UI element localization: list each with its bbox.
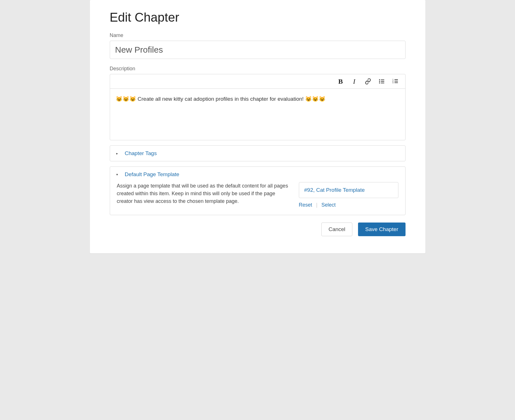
default-template-panel: ▾ Default Page Template Assign a page te…	[110, 166, 406, 215]
default-template-toggle[interactable]: ▾ Default Page Template	[110, 167, 405, 182]
select-template-link[interactable]: Select	[321, 202, 336, 208]
default-template-description: Assign a page template that will be used…	[117, 182, 289, 205]
default-template-title: Default Page Template	[125, 171, 179, 178]
template-selector-column: #92, Cat Profile Template Reset | Select	[299, 182, 398, 208]
description-label: Description	[110, 66, 406, 72]
bullet-list-icon[interactable]	[378, 77, 385, 86]
default-template-body: Assign a page template that will be used…	[110, 182, 405, 215]
template-actions: Reset | Select	[299, 202, 398, 208]
svg-point-0	[379, 79, 380, 81]
selected-template-box[interactable]: #92, Cat Profile Template	[299, 182, 398, 198]
svg-rect-7	[394, 79, 398, 80]
editor-toolbar: B I 1 2 3	[110, 74, 405, 89]
svg-rect-9	[394, 81, 398, 81]
svg-rect-3	[381, 81, 384, 82]
link-icon[interactable]	[364, 77, 372, 86]
edit-chapter-card: Edit Chapter Name Description B I	[90, 0, 425, 253]
bold-icon[interactable]: B	[337, 77, 344, 86]
numbered-list-icon[interactable]: 1 2 3	[392, 77, 399, 86]
name-label: Name	[110, 32, 406, 38]
page-title: Edit Chapter	[110, 10, 406, 24]
caret-right-icon: ▸	[116, 152, 120, 155]
chapter-tags-toggle[interactable]: ▸ Chapter Tags	[110, 146, 405, 161]
svg-point-2	[379, 81, 380, 82]
svg-rect-1	[381, 80, 384, 80]
italic-icon[interactable]: I	[351, 77, 358, 86]
cancel-button[interactable]: Cancel	[321, 223, 352, 236]
svg-text:3: 3	[392, 82, 393, 84]
svg-point-4	[379, 83, 380, 84]
reset-template-link[interactable]: Reset	[299, 202, 312, 208]
form-actions: Cancel Save Chapter	[110, 223, 406, 236]
caret-down-icon: ▾	[116, 173, 120, 176]
chapter-tags-title: Chapter Tags	[125, 150, 157, 157]
svg-rect-11	[394, 83, 398, 83]
chapter-tags-panel: ▸ Chapter Tags	[110, 145, 406, 161]
description-textarea[interactable]: 😺😺😺 Create all new kitty cat adoption pr…	[110, 89, 405, 140]
svg-rect-5	[381, 83, 384, 83]
name-input[interactable]	[110, 41, 406, 59]
save-button[interactable]: Save Chapter	[358, 223, 405, 236]
separator: |	[316, 202, 318, 208]
description-editor: B I 1 2 3	[110, 74, 406, 140]
